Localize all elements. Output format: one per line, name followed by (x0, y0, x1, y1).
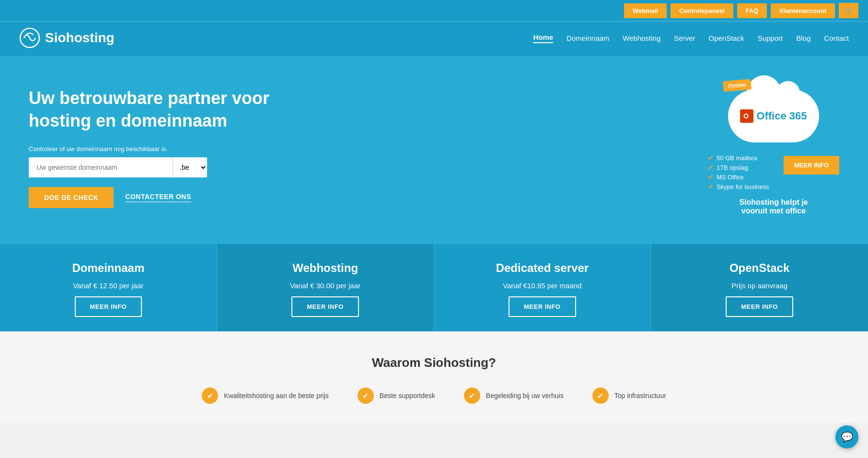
nav-server[interactable]: Server (674, 34, 695, 42)
service-card-openstack: OpenStack Prijs op aanvraag MEER INFO (651, 244, 868, 331)
check-icon-3: ✔ (708, 173, 714, 181)
office-svg-icon: O (742, 111, 752, 121)
why-feature-kwaliteit: ✔ Kwaliteitshosting aan de beste prijs (202, 388, 329, 404)
service-card-webhosting: Webhosting Vanaf € 30.00 per jaar MEER I… (217, 244, 434, 331)
check-icon-kwaliteit: ✔ (202, 388, 218, 404)
check-icon-support: ✔ (358, 388, 374, 404)
domain-check-row: .be .com .nl .eu .net .org (29, 157, 307, 177)
office-cloud-container: Promo O Office 365 (728, 80, 819, 142)
controlepaneel-button[interactable]: Controlepaneel (671, 3, 733, 18)
service-price-webhosting: Vanaf € 30.00 per jaar (290, 282, 360, 290)
nav-home[interactable]: Home (533, 33, 553, 43)
hero-right: Promo O Office 365 (676, 80, 839, 215)
office-meer-info-button[interactable]: MEER INFO (784, 156, 839, 175)
why-title: Waarom Siohosting? (19, 355, 849, 370)
svg-text:O: O (743, 112, 749, 120)
nav-openstack[interactable]: OpenStack (709, 34, 744, 42)
cart-button[interactable]: 🛒 (839, 3, 858, 18)
service-title-webhosting: Webhosting (292, 261, 358, 275)
why-label-support: Beste supportdesk (380, 392, 435, 399)
why-feature-infra: ✔ Top infrastructuur (592, 388, 666, 404)
domain-input[interactable] (29, 157, 173, 177)
office-product-name: Office 365 (756, 110, 807, 122)
hero-title: Uw betrouwbare partner voor hosting en d… (29, 87, 307, 132)
nav-support[interactable]: Support (758, 34, 783, 42)
hero-left: Uw betrouwbare partner voor hosting en d… (29, 87, 307, 209)
hero-section: Uw betrouwbare partner voor hosting en d… (0, 56, 868, 244)
nav-webhosting[interactable]: Webhosting (623, 34, 660, 42)
logo-icon (19, 27, 40, 48)
why-features: ✔ Kwaliteitshosting aan de beste prijs ✔… (19, 388, 849, 404)
contacteer-ons-link[interactable]: CONTACTEER ONS (125, 193, 191, 202)
meer-info-openstack-button[interactable]: MEER INFO (726, 296, 793, 317)
service-price-dedicated: Vanaf €10.95 per maand (503, 282, 581, 290)
header: Siohosting Home Domeinnaam Webhosting Se… (0, 21, 868, 56)
office-tagline: Siohosting helpt je vooruit met office (739, 198, 808, 215)
why-label-infra: Top infrastructuur (614, 392, 666, 399)
domain-check-label: Controleer of uw domeinnaam nog beschikb… (29, 145, 307, 153)
service-card-domeinnaam: Domeinnaam Vanaf € 12.50 per jaar MEER I… (0, 244, 217, 331)
why-label-kwaliteit: Kwaliteitshosting aan de beste prijs (224, 392, 329, 399)
service-title-domeinnaam: Domeinnaam (72, 261, 145, 275)
office-promo: Promo O Office 365 (708, 80, 839, 215)
klantenaccount-button[interactable]: Klantenaccount (771, 3, 835, 18)
cloud-shape: O Office 365 (728, 90, 819, 142)
office-icon: O (740, 109, 753, 123)
feature-msoffice: ✔MS Office (708, 173, 769, 181)
meer-info-dedicated-button[interactable]: MEER INFO (509, 296, 576, 317)
office-features-list: ✔50 GB mailbox ✔1TB opslag ✔MS Office ✔S… (708, 154, 769, 192)
main-nav: Home Domeinnaam Webhosting Server OpenSt… (533, 33, 849, 43)
check-icon-begeleiding: ✔ (464, 388, 480, 404)
doe-de-check-button[interactable]: DOE DE CHECK (29, 187, 114, 208)
top-bar: Webmail Controlepaneel FAQ Klantenaccoun… (0, 0, 868, 21)
logo-text: Siohosting (45, 30, 115, 46)
why-feature-support: ✔ Beste supportdesk (358, 388, 435, 404)
office-logo: O Office 365 (740, 109, 807, 123)
service-title-openstack: OpenStack (729, 261, 789, 275)
check-icon-infra: ✔ (592, 388, 609, 404)
service-card-dedicated: Dedicated server Vanaf €10.95 per maand … (434, 244, 651, 331)
why-label-begeleiding: Begeleiding bij uw verhuis (486, 392, 564, 399)
hero-buttons: DOE DE CHECK CONTACTEER ONS (29, 187, 307, 208)
service-price-openstack: Prijs op aanvraag (731, 282, 787, 290)
nav-domeinnaam[interactable]: Domeinnaam (567, 34, 609, 42)
nav-blog[interactable]: Blog (796, 34, 810, 42)
services-section: Domeinnaam Vanaf € 12.50 per jaar MEER I… (0, 244, 868, 331)
webmail-button[interactable]: Webmail (624, 3, 667, 18)
office-features-row: ✔50 GB mailbox ✔1TB opslag ✔MS Office ✔S… (708, 154, 839, 192)
feature-skype: ✔Skype for business (708, 183, 769, 190)
domain-select[interactable]: .be .com .nl .eu .net .org (173, 157, 207, 177)
why-section: Waarom Siohosting? ✔ Kwaliteitshosting a… (0, 331, 868, 423)
logo-link[interactable]: Siohosting (19, 27, 115, 48)
check-icon-2: ✔ (708, 164, 714, 171)
why-feature-begeleiding: ✔ Begeleiding bij uw verhuis (464, 388, 564, 404)
faq-button[interactable]: FAQ (737, 3, 767, 18)
check-icon-1: ✔ (708, 154, 714, 162)
feature-mailbox: ✔50 GB mailbox (708, 154, 769, 162)
meer-info-domeinnaam-button[interactable]: MEER INFO (75, 296, 142, 317)
meer-info-webhosting-button[interactable]: MEER INFO (291, 296, 359, 317)
check-icon-4: ✔ (708, 183, 714, 190)
nav-contact[interactable]: Contact (824, 34, 849, 42)
service-title-dedicated: Dedicated server (496, 261, 589, 275)
feature-opslag: ✔1TB opslag (708, 164, 769, 171)
service-price-domeinnaam: Vanaf € 12.50 per jaar (73, 282, 143, 290)
